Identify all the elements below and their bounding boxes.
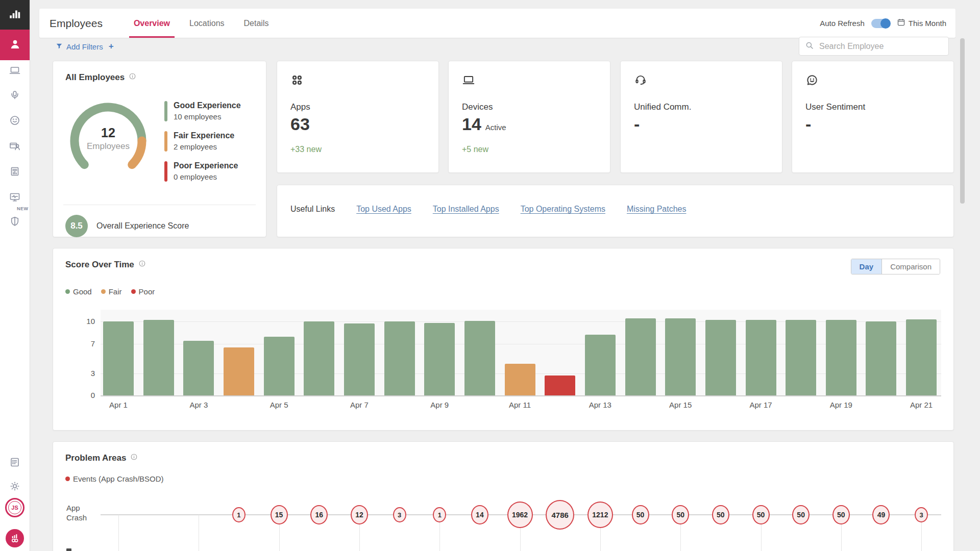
stat-label: User Sentiment (805, 102, 865, 112)
sidebar-item-dashboard[interactable] (0, 0, 30, 30)
legend-text: Good Experience10 employees (174, 101, 241, 121)
useful-links-row: Useful Links Top Used AppsTop Installed … (290, 205, 686, 214)
legend-title: Good Experience (174, 101, 241, 110)
tab-locations[interactable]: Locations (188, 9, 226, 38)
event-bubble-apr-10[interactable]: 14 (471, 505, 488, 524)
info-icon[interactable] (129, 72, 136, 83)
legend-color-bar (164, 101, 167, 121)
all-employees-card: All Employees 12 Employees Good Experien… (53, 61, 266, 237)
search-icon (805, 41, 814, 52)
sidebar: NEW JS (0, 0, 30, 551)
bar-chart-icon (8, 7, 21, 22)
vertical-scrollbar[interactable] (960, 38, 965, 204)
shield-icon (9, 215, 21, 230)
event-bubble-apr-13[interactable]: 1212 (587, 502, 613, 528)
bar-apr-11 (505, 364, 535, 395)
event-bubble-apr-8[interactable]: 3 (393, 507, 406, 522)
stat-label: Devices (462, 102, 493, 112)
events-legend-item: Events (App Crash/BSOD) (65, 474, 164, 483)
period-label: This Month (909, 19, 946, 28)
bar-apr-1 (103, 321, 134, 395)
page-title: Employees (50, 17, 103, 30)
apps-grid-icon (290, 73, 304, 89)
bar-apr-3 (183, 341, 214, 395)
column-gridline (199, 515, 199, 551)
event-bubble-apr-9[interactable]: 1 (433, 507, 446, 522)
add-filters-button[interactable]: Add Filters + (56, 41, 114, 52)
useful-links-label: Useful Links (290, 205, 335, 214)
stat-value: - (805, 114, 811, 134)
event-bubble-apr-16[interactable]: 50 (712, 505, 729, 524)
laptop-icon (462, 73, 475, 89)
event-bubble-apr-12[interactable]: 4786 (546, 500, 574, 530)
event-bubble-apr-18[interactable]: 50 (792, 505, 810, 524)
legend-subtitle: 0 employees (174, 172, 238, 181)
y-axis-tick-7: 7 (72, 339, 95, 348)
bar-apr-9 (424, 323, 455, 395)
tab-details[interactable]: Details (242, 9, 271, 38)
event-bubble-apr-6[interactable]: 16 (310, 505, 328, 524)
tab-overview[interactable]: Overview (132, 9, 172, 38)
event-bubble-apr-21[interactable]: 3 (915, 507, 928, 522)
gauge-total-label: Employees (63, 141, 153, 152)
useful-link-top-operating-systems[interactable]: Top Operating Systems (521, 205, 605, 214)
useful-link-missing-patches[interactable]: Missing Patches (627, 205, 687, 214)
sidebar-item-employees[interactable] (0, 30, 30, 60)
sidebar-item-unified-comm[interactable] (0, 85, 30, 107)
useful-link-top-installed-apps[interactable]: Top Installed Apps (433, 205, 499, 214)
sidebar-item-employee-search[interactable] (0, 136, 30, 158)
avatar: JS (5, 498, 24, 517)
brand-logo[interactable] (0, 529, 30, 547)
stat-card-apps: Apps63+33 new (277, 61, 439, 173)
all-employees-title-text: All Employees (65, 72, 125, 83)
stat-value: 14 (462, 114, 481, 134)
x-axis-label: Apr 7 (336, 400, 382, 409)
bar-apr-13 (585, 335, 616, 395)
score-over-time-card: Score Over Time Day Comparison GoodFairP… (53, 248, 954, 431)
search-input[interactable] (818, 41, 943, 52)
plus-icon: + (109, 41, 114, 52)
divider (63, 205, 256, 205)
sidebar-item-sentiment[interactable] (0, 110, 30, 133)
event-bubble-apr-15[interactable]: 50 (672, 505, 689, 524)
legend-text: Poor Experience0 employees (174, 161, 238, 182)
sidebar-item-settings[interactable] (0, 476, 30, 498)
event-bubble-apr-17[interactable]: 50 (752, 505, 770, 524)
period-selector[interactable]: This Month (897, 18, 946, 29)
event-bubble-apr-19[interactable]: 50 (832, 505, 850, 524)
x-axis-label: Apr 3 (176, 400, 222, 409)
gauge-legend-item: Fair Experience2 employees (164, 131, 241, 152)
auto-refresh-label: Auto Refresh (820, 19, 865, 28)
bar-apr-5 (264, 337, 295, 395)
calendar-icon (897, 18, 905, 29)
event-bubble-apr-7[interactable]: 12 (351, 505, 368, 524)
event-bubble-apr-11[interactable]: 1962 (507, 502, 533, 528)
gauge-legend-item: Good Experience10 employees (164, 101, 241, 121)
score-label: Overall Experience Score (96, 221, 189, 231)
user-card-icon (9, 140, 21, 154)
sidebar-item-security[interactable] (0, 211, 30, 234)
experience-gauge: 12 Employees (63, 96, 153, 186)
auto-refresh-toggle[interactable] (871, 19, 890, 28)
user-avatar[interactable]: JS (0, 498, 30, 517)
toggle-knob (880, 18, 891, 29)
stat-card-devices: Devices14Active+5 new (448, 61, 610, 173)
event-bubble-apr-14[interactable]: 50 (632, 505, 649, 524)
event-bubble-apr-5[interactable]: 15 (271, 505, 288, 524)
stat-label: Unified Comm. (634, 102, 691, 112)
info-icon[interactable] (130, 453, 138, 463)
problem-areas-card: Problem Areas Events (App Crash/BSOD) Ap… (53, 441, 954, 551)
sidebar-item-notes[interactable] (0, 452, 30, 474)
event-bubble-apr-20[interactable]: 49 (872, 505, 890, 524)
gauge-total-value: 12 (63, 126, 153, 140)
gauge-center: 12 Employees (63, 126, 153, 152)
top-header: Employees Overview Locations Details Aut… (39, 9, 955, 38)
problem-areas-legend: Events (App Crash/BSOD) (65, 474, 164, 483)
sidebar-item-devices[interactable] (0, 60, 30, 83)
event-bubble-apr-4[interactable]: 1 (232, 507, 246, 522)
y-axis-tick-0: 0 (72, 391, 95, 399)
useful-link-top-used-apps[interactable]: Top Used Apps (356, 205, 411, 214)
sidebar-item-reports[interactable] (0, 161, 30, 184)
bar-apr-7 (344, 323, 375, 395)
x-axis-label: Apr 21 (898, 400, 944, 409)
